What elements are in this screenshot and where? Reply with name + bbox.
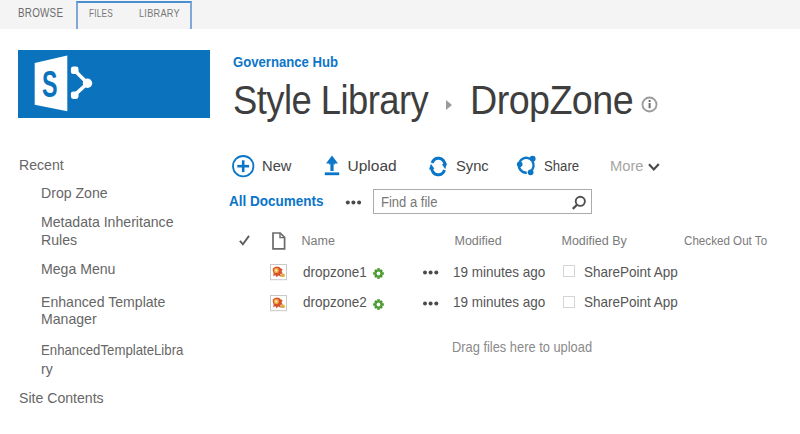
svg-text:S: S [42,64,58,105]
